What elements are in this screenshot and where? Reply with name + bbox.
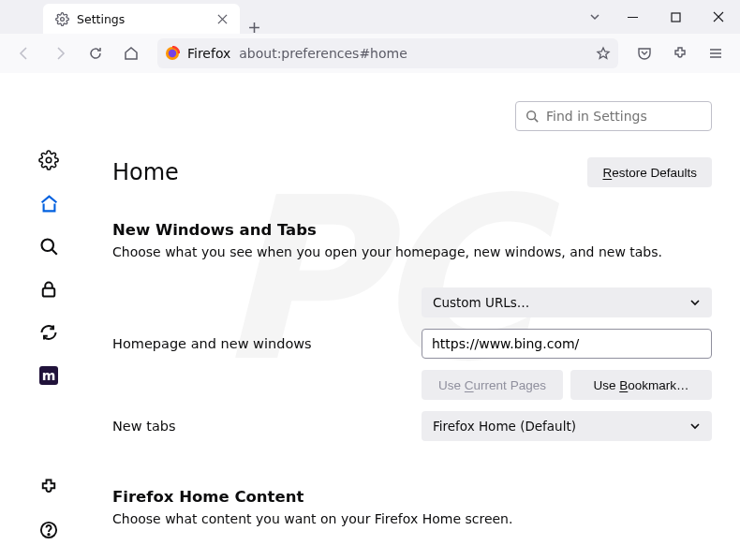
homepage-url-input[interactable] (422, 329, 712, 359)
main: Find in Settings Home Restore Defaults N… (97, 73, 740, 560)
homepage-label: Homepage and new windows (112, 336, 422, 351)
sidebar-help-icon[interactable] (30, 511, 67, 549)
sidebar-sync-icon[interactable] (30, 314, 67, 351)
svg-point-8 (48, 534, 50, 536)
tab-settings[interactable]: Settings (43, 4, 240, 34)
home-button[interactable] (116, 38, 146, 68)
url-bar[interactable]: Firefox about:preferences#home (157, 38, 618, 68)
reload-button[interactable] (81, 38, 111, 68)
restore-defaults-button[interactable]: Restore Defaults (587, 157, 712, 187)
toolbar: Firefox about:preferences#home (0, 34, 740, 73)
sidebar-more-icon[interactable]: m (30, 357, 67, 394)
sidebar-privacy-icon[interactable] (30, 271, 67, 308)
extensions-button[interactable] (665, 38, 695, 68)
homepage-mode-select[interactable]: Custom URLs… (422, 287, 712, 317)
sidebar: m (0, 73, 97, 560)
svg-point-3 (169, 50, 176, 57)
tabs-dropdown-button[interactable] (579, 0, 611, 34)
row-homepage-select: Custom URLs… (112, 286, 712, 319)
sidebar-extensions-icon[interactable] (30, 468, 67, 506)
chevron-down-icon (689, 297, 701, 308)
svg-point-0 (60, 17, 64, 21)
use-current-pages-button[interactable]: Use Current Pages (422, 370, 563, 400)
homepage-mode-value: Custom URLs… (433, 295, 529, 310)
section-heading-new-windows: New Windows and Tabs (112, 221, 712, 239)
search-settings-input[interactable]: Find in Settings (515, 101, 712, 131)
app-menu-button[interactable] (701, 38, 731, 68)
sidebar-general-icon[interactable] (30, 141, 67, 179)
back-button[interactable] (9, 38, 39, 68)
url-text: Firefox about:preferences#home (187, 46, 588, 61)
row-homepage-buttons: Use Current Pages Use Bookmark… (112, 368, 712, 402)
page-title: Home (112, 159, 179, 185)
svg-rect-6 (43, 288, 55, 297)
row-homepage-url: Homepage and new windows (112, 327, 712, 361)
forward-button[interactable] (45, 38, 75, 68)
window-controls (611, 0, 740, 34)
newtabs-label: New tabs (112, 419, 422, 434)
svg-point-4 (46, 157, 52, 163)
titlebar: Settings (0, 0, 740, 34)
maximize-button[interactable] (654, 0, 697, 34)
gear-icon (54, 11, 69, 26)
firefox-icon (165, 46, 180, 61)
row-newtabs: New tabs Firefox Home (Default) (112, 409, 712, 443)
svg-point-9 (527, 111, 536, 120)
close-window-button[interactable] (697, 0, 740, 34)
page-head-row: Home Restore Defaults (112, 157, 712, 187)
newtabs-select[interactable]: Firefox Home (Default) (422, 411, 712, 441)
content: m Find in Settings Home Restore Defaults… (0, 73, 740, 560)
tab-title: Settings (77, 12, 206, 26)
sidebar-home-icon[interactable] (30, 184, 67, 222)
new-tab-button[interactable] (240, 22, 268, 34)
search-settings-placeholder: Find in Settings (546, 109, 647, 124)
use-bookmark-button[interactable]: Use Bookmark… (570, 370, 712, 400)
svg-rect-1 (672, 13, 680, 22)
newtabs-value: Firefox Home (Default) (433, 419, 576, 434)
section-desc-new-windows: Choose what you see when you open your h… (112, 244, 712, 259)
sidebar-search-icon[interactable] (30, 228, 67, 265)
section-heading-home-content: Firefox Home Content (112, 488, 712, 506)
search-icon (525, 110, 539, 123)
m-logo-icon: m (39, 366, 58, 385)
search-settings-row: Find in Settings (112, 101, 712, 131)
section-desc-home-content: Choose what content you want on your Fir… (112, 511, 712, 526)
chevron-down-icon (689, 420, 701, 432)
section-firefox-home-content: Firefox Home Content Choose what content… (112, 488, 712, 526)
minimize-button[interactable] (611, 0, 654, 34)
svg-point-5 (42, 240, 54, 252)
tabstrip: Settings (0, 0, 579, 34)
tab-close-button[interactable] (214, 10, 230, 27)
pocket-button[interactable] (629, 38, 659, 68)
bookmark-star-icon[interactable] (596, 46, 611, 61)
